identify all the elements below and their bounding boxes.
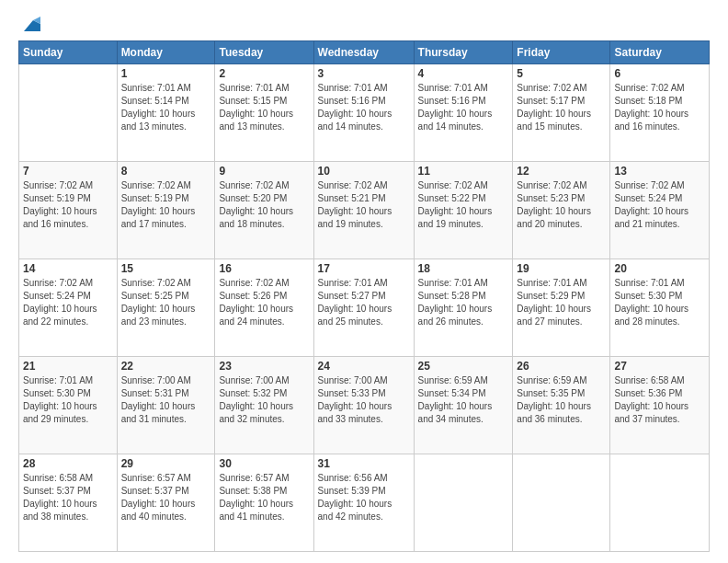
calendar-day-cell: 31Sunrise: 6:56 AMSunset: 5:39 PMDayligh…	[313, 454, 414, 552]
day-number: 17	[318, 262, 410, 275]
day-info: Sunrise: 7:01 AMSunset: 5:16 PMDaylight:…	[418, 82, 509, 133]
calendar-day-cell: 9Sunrise: 7:02 AMSunset: 5:20 PMDaylight…	[215, 162, 313, 259]
weekday-header: Friday	[513, 41, 610, 64]
day-number: 26	[517, 360, 606, 373]
calendar-day-cell: 29Sunrise: 6:57 AMSunset: 5:37 PMDayligh…	[117, 454, 215, 552]
day-number: 2	[219, 67, 309, 80]
calendar-day-cell: 26Sunrise: 6:59 AMSunset: 5:35 PMDayligh…	[513, 357, 610, 454]
day-number: 25	[418, 360, 509, 373]
day-info: Sunrise: 7:01 AMSunset: 5:30 PMDaylight:…	[614, 277, 705, 328]
day-number: 24	[318, 360, 410, 373]
calendar-day-cell: 13Sunrise: 7:02 AMSunset: 5:24 PMDayligh…	[610, 162, 710, 259]
day-number: 31	[318, 457, 410, 470]
day-info: Sunrise: 6:57 AMSunset: 5:38 PMDaylight:…	[219, 472, 309, 523]
day-info: Sunrise: 7:01 AMSunset: 5:30 PMDaylight:…	[23, 374, 113, 426]
calendar-day-cell	[414, 454, 513, 552]
calendar-day-cell: 19Sunrise: 7:01 AMSunset: 5:29 PMDayligh…	[513, 259, 610, 357]
calendar-day-cell: 7Sunrise: 7:02 AMSunset: 5:19 PMDaylight…	[19, 162, 118, 259]
calendar-day-cell: 23Sunrise: 7:00 AMSunset: 5:32 PMDayligh…	[215, 357, 313, 454]
calendar-day-cell: 21Sunrise: 7:01 AMSunset: 5:30 PMDayligh…	[19, 357, 118, 454]
calendar-week-row: 1Sunrise: 7:01 AMSunset: 5:14 PMDaylight…	[19, 64, 710, 162]
calendar-day-cell: 10Sunrise: 7:02 AMSunset: 5:21 PMDayligh…	[313, 162, 414, 259]
calendar-day-cell: 14Sunrise: 7:02 AMSunset: 5:24 PMDayligh…	[19, 259, 118, 357]
day-number: 5	[517, 67, 606, 80]
calendar-day-cell: 16Sunrise: 7:02 AMSunset: 5:26 PMDayligh…	[215, 259, 313, 357]
day-number: 7	[23, 165, 113, 178]
day-number: 27	[614, 360, 705, 373]
weekday-header: Wednesday	[313, 41, 414, 64]
calendar-day-cell: 30Sunrise: 6:57 AMSunset: 5:38 PMDayligh…	[215, 454, 313, 552]
calendar-day-cell: 20Sunrise: 7:01 AMSunset: 5:30 PMDayligh…	[610, 259, 710, 357]
day-info: Sunrise: 7:02 AMSunset: 5:23 PMDaylight:…	[517, 179, 606, 231]
calendar-day-cell: 15Sunrise: 7:02 AMSunset: 5:25 PMDayligh…	[117, 259, 215, 357]
logo-icon	[20, 15, 40, 35]
calendar-week-row: 28Sunrise: 6:58 AMSunset: 5:37 PMDayligh…	[19, 454, 710, 552]
day-number: 3	[318, 67, 410, 80]
day-info: Sunrise: 6:58 AMSunset: 5:37 PMDaylight:…	[23, 472, 113, 523]
calendar-day-cell: 11Sunrise: 7:02 AMSunset: 5:22 PMDayligh…	[414, 162, 513, 259]
day-info: Sunrise: 7:02 AMSunset: 5:24 PMDaylight:…	[23, 277, 113, 328]
day-info: Sunrise: 7:01 AMSunset: 5:27 PMDaylight:…	[318, 277, 410, 328]
calendar-table: SundayMondayTuesdayWednesdayThursdayFrid…	[18, 40, 710, 552]
day-number: 16	[219, 262, 309, 275]
day-number: 14	[23, 262, 113, 275]
calendar-day-cell: 3Sunrise: 7:01 AMSunset: 5:16 PMDaylight…	[313, 64, 414, 162]
day-info: Sunrise: 7:00 AMSunset: 5:31 PMDaylight:…	[121, 374, 211, 426]
day-number: 28	[23, 457, 113, 470]
calendar-day-cell: 4Sunrise: 7:01 AMSunset: 5:16 PMDaylight…	[414, 64, 513, 162]
calendar-header-row: SundayMondayTuesdayWednesdayThursdayFrid…	[19, 41, 710, 64]
day-info: Sunrise: 7:01 AMSunset: 5:15 PMDaylight:…	[219, 82, 309, 133]
calendar-day-cell: 17Sunrise: 7:01 AMSunset: 5:27 PMDayligh…	[313, 259, 414, 357]
day-number: 12	[517, 165, 606, 178]
day-number: 11	[418, 165, 509, 178]
day-info: Sunrise: 7:02 AMSunset: 5:22 PMDaylight:…	[418, 179, 509, 231]
day-info: Sunrise: 7:02 AMSunset: 5:18 PMDaylight:…	[614, 82, 705, 133]
calendar-week-row: 21Sunrise: 7:01 AMSunset: 5:30 PMDayligh…	[19, 357, 710, 454]
day-number: 13	[614, 165, 705, 178]
day-info: Sunrise: 7:02 AMSunset: 5:26 PMDaylight:…	[219, 277, 309, 328]
day-info: Sunrise: 6:59 AMSunset: 5:35 PMDaylight:…	[517, 374, 606, 426]
day-info: Sunrise: 7:02 AMSunset: 5:21 PMDaylight:…	[318, 179, 410, 231]
calendar-day-cell: 24Sunrise: 7:00 AMSunset: 5:33 PMDayligh…	[313, 357, 414, 454]
day-number: 19	[517, 262, 606, 275]
calendar-week-row: 7Sunrise: 7:02 AMSunset: 5:19 PMDaylight…	[19, 162, 710, 259]
calendar-day-cell: 5Sunrise: 7:02 AMSunset: 5:17 PMDaylight…	[513, 64, 610, 162]
day-info: Sunrise: 7:02 AMSunset: 5:19 PMDaylight:…	[23, 179, 113, 231]
calendar-day-cell: 2Sunrise: 7:01 AMSunset: 5:15 PMDaylight…	[215, 64, 313, 162]
calendar-day-cell: 18Sunrise: 7:01 AMSunset: 5:28 PMDayligh…	[414, 259, 513, 357]
day-info: Sunrise: 7:01 AMSunset: 5:29 PMDaylight:…	[517, 277, 606, 328]
day-info: Sunrise: 6:56 AMSunset: 5:39 PMDaylight:…	[318, 472, 410, 523]
page: SundayMondayTuesdayWednesdayThursdayFrid…	[0, 0, 728, 563]
day-number: 20	[614, 262, 705, 275]
day-info: Sunrise: 7:02 AMSunset: 5:20 PMDaylight:…	[219, 179, 309, 231]
day-number: 23	[219, 360, 309, 373]
day-info: Sunrise: 7:02 AMSunset: 5:25 PMDaylight:…	[121, 277, 211, 328]
day-info: Sunrise: 6:59 AMSunset: 5:34 PMDaylight:…	[418, 374, 509, 426]
day-info: Sunrise: 7:01 AMSunset: 5:16 PMDaylight:…	[318, 82, 410, 133]
day-info: Sunrise: 7:02 AMSunset: 5:19 PMDaylight:…	[121, 179, 211, 231]
day-number: 4	[418, 67, 509, 80]
calendar-week-row: 14Sunrise: 7:02 AMSunset: 5:24 PMDayligh…	[19, 259, 710, 357]
calendar-day-cell: 8Sunrise: 7:02 AMSunset: 5:19 PMDaylight…	[117, 162, 215, 259]
day-number: 15	[121, 262, 211, 275]
day-info: Sunrise: 7:00 AMSunset: 5:32 PMDaylight:…	[219, 374, 309, 426]
calendar-day-cell: 28Sunrise: 6:58 AMSunset: 5:37 PMDayligh…	[19, 454, 118, 552]
header	[18, 15, 710, 31]
day-number: 10	[318, 165, 410, 178]
calendar-day-cell: 1Sunrise: 7:01 AMSunset: 5:14 PMDaylight…	[117, 64, 215, 162]
weekday-header: Saturday	[610, 41, 710, 64]
day-number: 1	[121, 67, 211, 80]
calendar-day-cell	[513, 454, 610, 552]
day-number: 29	[121, 457, 211, 470]
weekday-header: Thursday	[414, 41, 513, 64]
day-number: 6	[614, 67, 705, 80]
calendar-day-cell	[19, 64, 118, 162]
day-info: Sunrise: 7:01 AMSunset: 5:28 PMDaylight:…	[418, 277, 509, 328]
calendar-day-cell: 22Sunrise: 7:00 AMSunset: 5:31 PMDayligh…	[117, 357, 215, 454]
day-number: 8	[121, 165, 211, 178]
weekday-header: Monday	[117, 41, 215, 64]
day-number: 21	[23, 360, 113, 373]
day-info: Sunrise: 7:02 AMSunset: 5:24 PMDaylight:…	[614, 179, 705, 231]
weekday-header: Tuesday	[215, 41, 313, 64]
calendar-day-cell: 25Sunrise: 6:59 AMSunset: 5:34 PMDayligh…	[414, 357, 513, 454]
